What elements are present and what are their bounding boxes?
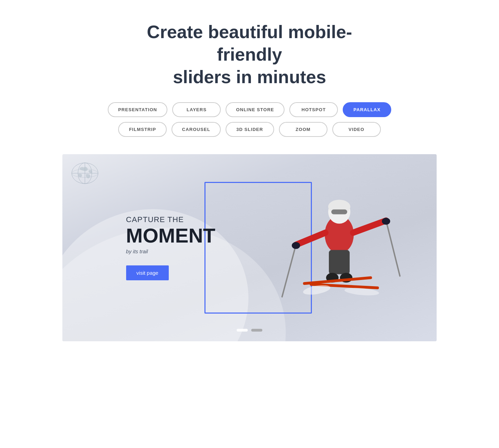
slide-byline: by its trail [126,248,216,254]
page-title: Create beautiful mobile-friendly sliders… [128,21,371,88]
filter-btn-presentation[interactable]: PRESENTATION [108,102,167,117]
filter-btn-layers[interactable]: LAYERS [172,102,221,117]
filter-btn-3d-slider[interactable]: 3D SLIDER [226,122,274,137]
svg-point-13 [292,242,300,249]
svg-line-12 [282,245,296,297]
svg-rect-15 [329,250,350,274]
svg-line-9 [296,233,325,245]
filter-btn-online-store[interactable]: ONLINE STORE [226,102,284,117]
slide-dot-1[interactable] [237,329,248,332]
filter-btn-parallax[interactable]: PARALLAX [343,102,391,117]
slider-background: CAPTURE THE MOMENT by its trail visit pa… [62,154,437,341]
filter-btn-zoom[interactable]: ZOOM [279,122,327,137]
filter-btn-carousel[interactable]: CAROUSEL [172,122,220,137]
slide-subtitle: CAPTURE THE [126,215,216,224]
filter-btn-video[interactable]: VIDEO [332,122,381,137]
hero-heading-section: Create beautiful mobile-friendly sliders… [0,0,499,102]
filter-btn-filmstrip[interactable]: FILMSTRIP [118,122,167,137]
map-decoration [69,161,100,187]
svg-line-11 [386,221,400,276]
skier-figure [275,172,407,318]
slider-showcase: CAPTURE THE MOMENT by its trail visit pa… [62,154,437,341]
heading-line1: Create beautiful mobile-friendly [147,22,352,64]
heading-line2: sliders in minutes [173,67,326,87]
svg-rect-8 [331,210,347,214]
filter-row-1: PRESENTATION LAYERS ONLINE STORE HOTSPOT… [108,102,391,117]
slide-dots [237,329,262,332]
svg-point-14 [382,218,390,225]
filter-row-2: FILMSTRIP CAROUSEL 3D SLIDER ZOOM VIDEO [118,122,380,137]
slide-content: CAPTURE THE MOMENT by its trail visit pa… [126,215,216,280]
slide-dot-2[interactable] [251,329,262,332]
filter-tabs: PRESENTATION LAYERS ONLINE STORE HOTSPOT… [0,102,499,154]
slide-title: MOMENT [126,226,216,246]
page-wrapper: Create beautiful mobile-friendly sliders… [0,0,499,341]
svg-line-10 [353,221,386,233]
filter-btn-hotspot[interactable]: HOTSPOT [289,102,338,117]
slide-cta-button[interactable]: visit page [126,265,169,280]
